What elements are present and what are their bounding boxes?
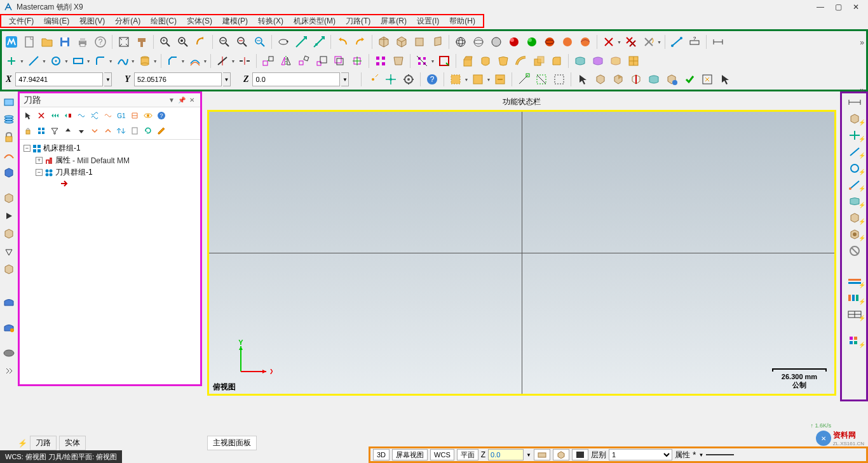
zoom-out-08-icon[interactable] [234, 34, 250, 50]
xform-offset-icon[interactable] [331, 53, 348, 69]
menu-edit[interactable]: 编辑(E) [39, 16, 74, 27]
pick-solid-icon[interactable] [592, 71, 609, 88]
dropdown-arrow[interactable]: ▼ [486, 77, 491, 82]
shaded-icon[interactable] [506, 34, 522, 50]
dropdown-arrow[interactable]: ▼ [464, 77, 468, 82]
wireframe-icon[interactable] [452, 34, 469, 50]
tp-wave1-icon[interactable] [76, 110, 87, 121]
tree-collapse-icon[interactable]: − [36, 169, 43, 176]
zoom-window-icon[interactable]: + [157, 34, 173, 50]
stock-icon[interactable] [1, 295, 17, 310]
surface-4-icon[interactable] [625, 53, 642, 69]
sel-solid-icon[interactable] [551, 71, 567, 88]
sel-rect-icon[interactable] [447, 71, 464, 88]
tab-mainview[interactable]: 主视图面板 [207, 436, 257, 450]
sel-last-icon[interactable] [533, 71, 550, 88]
solid-fillet-icon[interactable] [548, 53, 565, 69]
cube-right-icon[interactable] [429, 34, 445, 50]
analyze-entity-icon[interactable]: ? [686, 34, 703, 50]
shaded-edge-icon[interactable] [541, 34, 558, 50]
rv-cross-icon[interactable]: ⚡ [843, 128, 866, 143]
tree-node-toolgroup[interactable]: − 刀具群组-1 [24, 166, 196, 178]
undelete-icon[interactable] [641, 34, 657, 50]
chain-sel-icon[interactable] [1, 147, 17, 163]
config-icon[interactable] [400, 71, 417, 88]
dropdown-arrow[interactable]: ▼ [231, 59, 235, 64]
xform-translate-icon[interactable] [260, 53, 276, 69]
tp-expand-icon[interactable] [102, 125, 114, 137]
wireframe-nohid-icon[interactable] [470, 34, 487, 50]
tp-wave3-icon[interactable] [102, 110, 114, 121]
open-file-icon[interactable] [39, 34, 55, 50]
rv-surf-icon[interactable]: ⚡ [843, 194, 866, 209]
tp-filter-icon[interactable] [49, 125, 60, 137]
delete-dup-icon[interactable] [623, 34, 639, 50]
xform-mirror-icon[interactable] [278, 53, 294, 69]
tp-lock-icon[interactable] [22, 125, 34, 137]
planes-icon[interactable] [1, 94, 17, 109]
menu-solid[interactable]: 实体(S) [182, 16, 217, 27]
rv-line-icon[interactable]: ⚡ [843, 144, 866, 159]
dimension-icon[interactable] [710, 34, 726, 50]
layer-select[interactable]: 1 [609, 449, 672, 460]
tp-g1-label[interactable]: G1 [116, 110, 127, 121]
mesh-icon[interactable] [1, 346, 17, 361]
tree-node-machine-group[interactable]: − 机床群组-1 [24, 142, 196, 154]
pick-arrow-2-icon[interactable] [717, 71, 733, 88]
z-dropdown[interactable]: ▼ [341, 72, 349, 86]
restore-button[interactable]: ▢ [830, 1, 846, 13]
dropdown-arrow[interactable]: ▼ [203, 59, 208, 64]
snap-help-icon[interactable]: ? [424, 71, 440, 88]
btn-3d[interactable]: 3D [373, 449, 390, 460]
tp-down-icon[interactable] [76, 125, 87, 137]
autoorigin-icon[interactable] [383, 71, 399, 88]
rv-stop-icon[interactable] [843, 243, 866, 258]
dropdown-arrow[interactable]: ▼ [42, 59, 46, 64]
menu-help[interactable]: 帮助(H) [444, 16, 480, 27]
sel-end-icon[interactable] [515, 71, 532, 88]
repaint-icon[interactable] [133, 34, 150, 50]
tp-post-icon[interactable] [129, 110, 140, 121]
panel-dropdown-icon[interactable]: ▼ [167, 96, 176, 105]
menu-screen[interactable]: 屏幕(R) [376, 16, 412, 27]
analyze-distance-icon[interactable] [668, 34, 685, 50]
point-icon[interactable] [3, 53, 20, 69]
panel-close-icon[interactable]: ✕ [187, 96, 196, 105]
mastercam-logo-icon[interactable] [3, 34, 20, 50]
panel-pin-icon[interactable]: 📌 [177, 96, 186, 105]
attr-dropdown[interactable]: ▼ [698, 452, 703, 458]
unzoom-prev-icon[interactable] [193, 34, 209, 50]
pan-icon[interactable] [293, 34, 309, 50]
rv-cube1-icon[interactable]: ⚡ [843, 111, 866, 126]
dropdown-arrow[interactable]: ▼ [617, 40, 621, 44]
rectangle-icon[interactable] [70, 53, 86, 69]
arrow-play-icon[interactable] [1, 208, 17, 224]
tree-expand-icon[interactable]: + [36, 157, 43, 164]
chamfer-icon[interactable] [165, 53, 181, 69]
xform-scale-icon[interactable] [313, 53, 330, 69]
dropdown-arrow[interactable]: ▼ [64, 59, 69, 64]
pick-last-icon[interactable] [699, 71, 715, 88]
dropdown-arrow[interactable]: ▼ [109, 59, 113, 64]
y-dropdown[interactable]: ▼ [223, 72, 231, 86]
fillet-icon[interactable] [92, 53, 109, 69]
menu-machine[interactable]: 机床类型(M) [288, 16, 341, 27]
pick-arrow-icon[interactable] [574, 71, 591, 88]
cube-iso-icon[interactable] [376, 34, 392, 50]
tp-refresh-icon[interactable] [142, 125, 154, 137]
trim-array-icon[interactable] [414, 53, 430, 69]
zoom-out-icon[interactable] [216, 34, 233, 50]
xform-move-icon[interactable] [349, 53, 365, 69]
tree-node-insert[interactable] [24, 178, 196, 189]
primitive-cylinder-icon[interactable] [137, 53, 153, 69]
tab-toolpath[interactable]: 刀路 [30, 436, 57, 450]
rotate-icon[interactable] [275, 34, 292, 50]
color-status-icon[interactable] [572, 449, 588, 460]
tp-doc-icon[interactable] [129, 125, 140, 137]
tree-collapse-icon[interactable]: − [24, 145, 31, 152]
spline-icon[interactable] [114, 53, 131, 69]
material-icon[interactable] [559, 34, 576, 50]
x-dropdown[interactable]: ▼ [104, 72, 112, 86]
trim-icon[interactable] [214, 53, 231, 69]
tp-select-icon[interactable] [22, 110, 34, 121]
